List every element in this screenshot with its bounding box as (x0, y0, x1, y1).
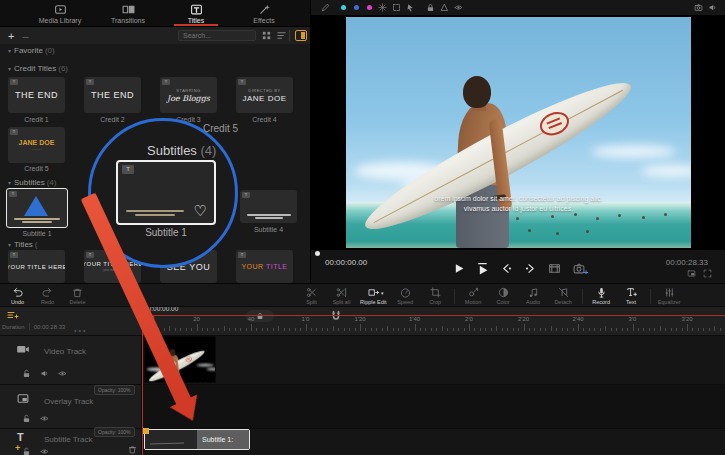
add-caption-button[interactable]: + (15, 443, 20, 453)
snapshot-button[interactable]: + (572, 262, 586, 275)
add-track-icon[interactable] (5, 310, 20, 322)
tab-media-library[interactable]: Media Library (26, 0, 94, 26)
search-input[interactable] (178, 30, 256, 41)
lock-icon[interactable] (22, 369, 31, 378)
trash-icon[interactable] (128, 445, 137, 454)
thumb-text: JANE DOE (19, 139, 55, 146)
pen-tool-icon[interactable] (321, 3, 330, 12)
magnified-subtitle-thumb[interactable]: T ♡ (116, 160, 216, 225)
ruler-tick (573, 328, 574, 331)
speed-button[interactable]: Speed (392, 286, 419, 306)
play-button[interactable] (452, 262, 465, 275)
toolbar-divider (650, 289, 651, 304)
section-titles[interactable]: ▾Titles( (8, 240, 38, 249)
fullscreen-icon[interactable] (703, 269, 712, 278)
grid-view-icon[interactable] (261, 30, 272, 41)
overlay-track-lane[interactable] (142, 384, 725, 428)
title-thumb-1[interactable]: T YOUR TITLE HERE (8, 250, 65, 283)
subtitle-clip[interactable]: Subtitle 1: (144, 429, 250, 450)
preview-canvas[interactable]: orem ipsum dolor sit amet, consectetur a… (311, 15, 725, 250)
speaker-icon[interactable] (40, 369, 49, 378)
title-thumb-credit-1[interactable]: T THE END (8, 77, 65, 113)
split-all-button[interactable]: Split all (328, 286, 355, 306)
detach-button[interactable]: Detach (550, 286, 577, 306)
snapshot-camera-icon[interactable] (694, 3, 703, 12)
ruler-tick (365, 328, 366, 331)
blue-triangle-annotation (24, 196, 48, 216)
equalizer-icon (664, 287, 675, 298)
lock-icon[interactable] (22, 447, 31, 455)
sort-icon[interactable] (276, 30, 287, 41)
favorite-heart-icon[interactable]: ♡ (194, 204, 207, 218)
split-button[interactable]: Split (298, 286, 325, 306)
panel-toggle-icon[interactable] (295, 30, 307, 41)
mask-icon[interactable] (440, 3, 449, 12)
ruler-tick (524, 324, 525, 331)
ripple-icon (368, 287, 379, 298)
trash-icon (72, 287, 83, 298)
ripple-edit-button[interactable]: Ripple Edit▾ (358, 286, 389, 306)
motion-button[interactable]: Motion (460, 286, 487, 306)
title-thumb-4[interactable]: T YOUR TITLE (236, 250, 293, 283)
track-header-handle[interactable]: ••• (74, 327, 87, 334)
ruler-tick (660, 326, 661, 331)
title-thumb-credit-2[interactable]: T THE END (84, 77, 141, 113)
color-button[interactable]: Color (490, 286, 517, 306)
title-thumb-credit-5[interactable]: T JANE DOE ───── (8, 127, 65, 163)
tool-label: Color (497, 299, 510, 305)
select-region-icon[interactable] (392, 3, 401, 12)
thumb-text: THE END (91, 90, 134, 100)
ruler-tick (371, 328, 372, 331)
duration-label: Duration (2, 324, 25, 330)
record-button[interactable]: Record (588, 286, 615, 306)
color-dot-1[interactable] (341, 5, 346, 10)
ruler-tick (703, 328, 704, 331)
title-thumb-credit-4[interactable]: T DIRECTED BY JANE DOE (236, 77, 293, 113)
tab-effects[interactable]: Effects (230, 0, 298, 26)
cursor-icon[interactable] (406, 3, 415, 12)
transform-icon[interactable] (378, 3, 387, 12)
play-fullscreen-button[interactable] (476, 262, 489, 275)
ruler-tick (518, 328, 519, 331)
ruler-tick (344, 328, 345, 331)
ruler-tick (556, 328, 557, 331)
ruler-tick (442, 326, 443, 331)
mark-frame-icon[interactable] (548, 262, 561, 275)
previous-frame-button[interactable] (500, 262, 513, 275)
speaker-icon[interactable] (708, 3, 717, 12)
section-favorite[interactable]: ▾Favorite(0) (8, 46, 55, 55)
color-dot-3[interactable] (367, 5, 372, 10)
subtitle-thumb-4[interactable]: T (240, 190, 297, 223)
surfboard-logo (185, 356, 193, 363)
next-frame-button[interactable] (524, 262, 537, 275)
crop-button[interactable]: Crop (422, 286, 449, 306)
subtitle-opacity-control[interactable]: Opacity: 100% (94, 427, 135, 437)
section-credit-titles[interactable]: ▾Credit Titles(6) (8, 64, 68, 73)
eye-icon[interactable] (40, 414, 49, 423)
eye-icon[interactable] (58, 369, 67, 378)
redo-button[interactable]: Redo (34, 286, 61, 306)
add-title-button[interactable]: + (8, 31, 14, 41)
title-badge-icon: T (10, 252, 18, 258)
title-thumb-credit-3[interactable]: T STARRING Joe Bloggs (160, 77, 217, 113)
timeline-ruler[interactable]: 00:00:00.00 › 20401'01'201'402'02'202'40… (142, 307, 725, 335)
delete-button[interactable]: Delete (64, 286, 91, 306)
lock-icon[interactable] (426, 3, 435, 12)
text-button[interactable]: Text (618, 286, 645, 306)
undo-button[interactable]: Undo (4, 286, 31, 306)
detach-window-icon[interactable] (687, 269, 696, 278)
tab-titles[interactable]: Titles (162, 0, 230, 26)
section-subtitles[interactable]: ▾Subtitles(4) (8, 178, 56, 187)
lock-icon[interactable] (22, 414, 31, 423)
color-dot-2[interactable] (354, 5, 359, 10)
overlay-opacity-control[interactable]: Opacity: 100% (94, 385, 135, 395)
audio-button[interactable]: Audio (520, 286, 547, 306)
library-menu-button[interactable]: ‒ (22, 31, 28, 41)
tab-transitions[interactable]: Transitions (94, 0, 162, 26)
equalizer-button[interactable]: Equalizer (656, 286, 683, 306)
ruler-tick (583, 328, 584, 331)
ruler-label: 2'0 (465, 316, 473, 322)
video-track-lane[interactable] (142, 335, 725, 384)
eye-icon[interactable] (40, 447, 49, 455)
eye-icon[interactable] (454, 3, 463, 12)
